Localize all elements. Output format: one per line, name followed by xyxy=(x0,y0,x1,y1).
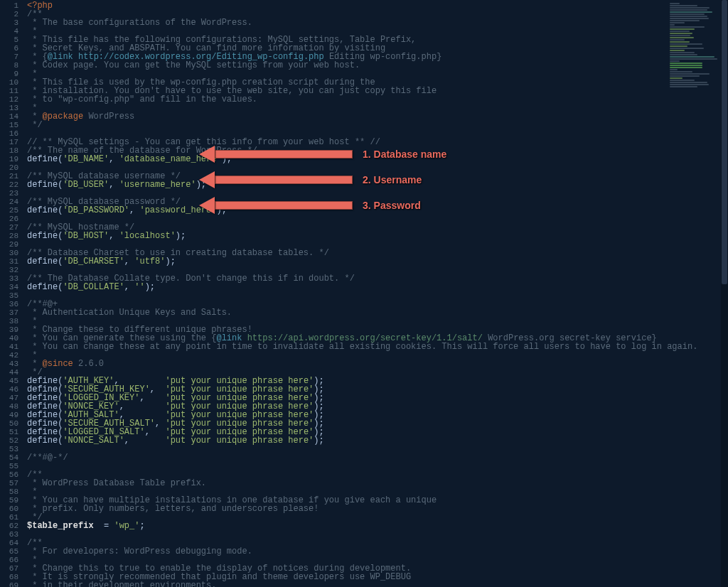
annotation-username: 2. Username xyxy=(199,173,422,186)
package-value: WordPress xyxy=(83,112,134,122)
annotation-label: 3. Password xyxy=(363,201,421,210)
db-collate-key: 'DB_COLLATE' xyxy=(63,282,124,292)
phrase-value: 'put your unique phrase here' xyxy=(165,436,314,446)
annotation-label: 2. Username xyxy=(363,176,422,184)
paren-close: ); xyxy=(176,231,186,241)
comment: * For developers: WordPress debugging mo… xyxy=(27,546,252,556)
annotation-label: 1. Database name xyxy=(363,150,446,158)
salt-doc-close: /**#@-*/ xyxy=(27,453,68,463)
table-prefix-var: $table_prefix xyxy=(27,521,94,531)
doc-close: */ xyxy=(27,120,43,130)
db-charset-key: 'DB_CHARSET' xyxy=(63,257,124,266)
comma: , xyxy=(124,282,134,292)
db-host-value: 'localhost' xyxy=(119,231,176,241)
comment: * You can change these at any point in t… xyxy=(27,342,697,352)
db-name-key: 'DB_NAME' xyxy=(63,154,109,164)
comment: } xyxy=(437,52,441,62)
arrow-body xyxy=(215,201,353,210)
comma: , xyxy=(109,154,119,164)
define-fn: define xyxy=(27,231,58,241)
db-collate-value: '' xyxy=(134,282,144,292)
comment: * WordPress Database Table prefix. xyxy=(27,478,206,488)
paren-close: ); xyxy=(165,257,175,266)
package-tag: @package xyxy=(43,112,84,122)
define-fn: define xyxy=(27,282,58,292)
since-value: 2.6.0 xyxy=(73,359,104,369)
db-pass-key: 'DB_PASSWORD' xyxy=(63,205,129,215)
annotation-password: 3. Password xyxy=(199,199,421,212)
since-tag: @since xyxy=(43,359,73,369)
comma: , xyxy=(129,205,139,215)
arrow-body xyxy=(215,150,353,158)
comma: , xyxy=(124,436,166,446)
define-fn: define xyxy=(27,180,58,190)
comment: * prefix. Only numbers, letters, and und… xyxy=(27,504,318,514)
define-fn: define xyxy=(27,257,58,266)
comma: , xyxy=(124,257,134,266)
db-host-key: 'DB_HOST' xyxy=(63,231,109,241)
scrollbar[interactable] xyxy=(721,0,728,587)
arrow-icon xyxy=(199,197,215,214)
define-fn: define xyxy=(27,205,58,215)
comma: , xyxy=(109,180,119,190)
minimap[interactable] xyxy=(670,3,719,102)
db-user-key: 'DB_USER' xyxy=(63,180,109,190)
comment: * Codex page. You can get the MySQL sett… xyxy=(27,60,360,70)
db-charset-value: 'utf8' xyxy=(134,257,165,266)
db-user-value: 'username_here' xyxy=(119,180,196,190)
semicolon: ; xyxy=(139,521,144,531)
table-prefix-value: 'wp_' xyxy=(114,521,139,531)
code-editor: 1234567891011121314151617181920212223242… xyxy=(0,0,728,587)
arrow-body xyxy=(215,176,353,184)
define-fn: define xyxy=(27,154,58,164)
nonce-salt: 'NONCE_SALT' xyxy=(63,436,124,446)
arrow-icon xyxy=(199,171,215,188)
comment: * to "wp-config.php" and fill in the val… xyxy=(27,95,257,104)
define-fn: define xyxy=(27,436,58,446)
arrow-icon xyxy=(199,146,215,163)
line-number-gutter: 1234567891011121314151617181920212223242… xyxy=(0,0,23,587)
comment: * in their development environments. xyxy=(27,581,216,587)
equals: = xyxy=(94,521,114,531)
paren-close: ); xyxy=(314,436,323,446)
comment: * The base configurations of the WordPre… xyxy=(27,18,252,28)
paren-close: ); xyxy=(145,282,155,292)
comment: * Authentication Unique Keys and Salts. xyxy=(27,308,232,318)
annotation-db-name: 1. Database name xyxy=(199,148,446,161)
comma: , xyxy=(109,231,119,241)
scrollbar-thumb[interactable] xyxy=(722,0,727,284)
code-area[interactable]: <?php /** * The base configurations of t… xyxy=(27,1,614,587)
